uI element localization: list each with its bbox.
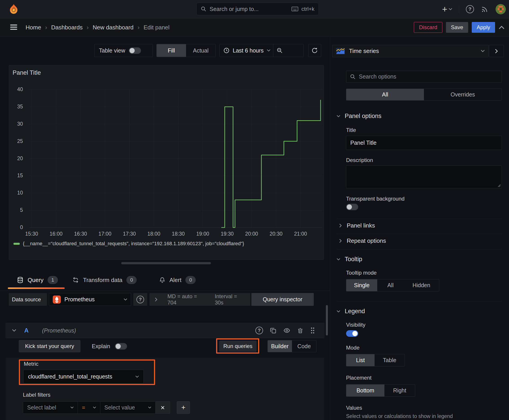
explain-toggle[interactable]: [115, 343, 127, 350]
x-tick-label: 18:30: [168, 231, 188, 237]
y-tick-label: 0: [9, 224, 23, 230]
tooltip-hidden-option[interactable]: Hidden: [404, 279, 439, 291]
refresh-button[interactable]: [308, 44, 321, 57]
grafana-logo[interactable]: [8, 3, 19, 15]
news-signal-icon[interactable]: [481, 5, 489, 13]
chevron-down-icon: [449, 8, 452, 10]
time-range-picker[interactable]: Last 6 hours: [220, 44, 304, 57]
options-search-input[interactable]: Search options: [346, 71, 502, 82]
table-view-toggle[interactable]: [129, 47, 141, 54]
collapse-header-button[interactable]: [499, 26, 504, 29]
tab-alert[interactable]: Alert 0: [159, 272, 196, 288]
remove-filter-button[interactable]: [156, 402, 170, 413]
placement-right-option[interactable]: Right: [384, 384, 415, 397]
x-tick-label: 17:00: [95, 231, 115, 237]
fill-option[interactable]: Fill: [157, 44, 186, 57]
menu-button[interactable]: [10, 24, 17, 30]
x-tick-label: 21:00: [290, 231, 311, 237]
tooltip-single-option[interactable]: Single: [346, 279, 377, 291]
panel-links-section[interactable]: Panel links: [339, 222, 375, 229]
toggle-viz-panel-button[interactable]: [489, 45, 504, 57]
panel-title-input[interactable]: Panel Title: [346, 136, 502, 150]
tab-query[interactable]: Query 1: [17, 272, 58, 288]
datasource-help-button[interactable]: ?: [133, 293, 147, 306]
query-inspector-button[interactable]: Query inspector: [251, 293, 314, 306]
operator-dropdown[interactable]: =: [78, 402, 100, 413]
add-filter-button[interactable]: +: [177, 401, 190, 414]
query-options-row[interactable]: MD = auto = 704 Interval = 30s: [150, 293, 251, 306]
legend-visibility-toggle[interactable]: [346, 330, 358, 337]
question-icon: ?: [468, 6, 471, 12]
builder-option[interactable]: Builder: [268, 340, 292, 352]
select-label-dropdown[interactable]: Select label: [23, 402, 78, 413]
delete-query-button[interactable]: [297, 327, 304, 334]
values-label: Values: [346, 405, 362, 411]
select-value-dropdown[interactable]: Select value: [100, 402, 156, 413]
kick-start-button[interactable]: Kick start your query: [19, 340, 80, 352]
scrollbar-thumb[interactable]: [326, 305, 328, 335]
query-datasource-hint: (Prometheus): [42, 327, 76, 334]
chevron-right-icon: [155, 298, 158, 301]
x-axis-labels: 15:3016:0016:3017:0017:3018:0018:3019:00…: [29, 231, 322, 239]
apply-button[interactable]: Apply: [472, 22, 495, 33]
legend-section-header[interactable]: Legend: [337, 308, 365, 315]
y-tick-label: 20: [9, 156, 23, 162]
grafana-edit-panel-page: Search or jump to... ctrl+k + ?: [0, 0, 509, 420]
chevron-down-icon: [337, 115, 340, 117]
panel-links-label: Panel links: [347, 222, 375, 229]
panel-resize-handle[interactable]: [121, 262, 211, 264]
series-line[interactable]: [221, 100, 320, 227]
visualization-picker[interactable]: Time series: [332, 45, 489, 57]
breadcrumb-home[interactable]: Home: [26, 24, 41, 31]
query-help-button[interactable]: ?: [255, 327, 263, 334]
tooltip-section-header[interactable]: Tooltip: [337, 256, 362, 263]
query-row-header[interactable]: A (Prometheus) ?: [6, 323, 324, 338]
duplicate-query-button[interactable]: [270, 327, 276, 334]
chevron-down-icon: [481, 50, 485, 52]
datasource-select[interactable]: Prometheus: [49, 293, 131, 306]
y-tick-label: 10: [9, 190, 23, 196]
tooltip-all-option[interactable]: All: [377, 279, 404, 291]
chevron-right-icon: ›: [45, 24, 47, 31]
drag-query-handle[interactable]: [310, 327, 315, 334]
breadcrumb-new-dashboard[interactable]: New dashboard: [93, 24, 134, 31]
transparent-bg-toggle[interactable]: [346, 204, 358, 210]
chevron-down-icon[interactable]: [12, 329, 16, 332]
metric-select[interactable]: cloudflared_tunnel_total_requests: [23, 370, 144, 383]
chart-plot[interactable]: [29, 89, 322, 230]
discard-button[interactable]: Discard: [414, 22, 442, 33]
global-search-input[interactable]: Search or jump to... ctrl+k: [196, 3, 319, 15]
panel-options-header[interactable]: Panel options: [337, 113, 381, 120]
tab-all[interactable]: All: [346, 89, 424, 100]
help-button[interactable]: ?: [466, 5, 474, 13]
placement-bottom-option[interactable]: Bottom: [346, 384, 384, 397]
plus-icon: +: [442, 5, 447, 14]
actual-option[interactable]: Actual: [186, 44, 215, 57]
breadcrumb-edit-panel: Edit panel: [144, 24, 170, 31]
panel-title[interactable]: Panel Title: [13, 69, 41, 76]
tab-transform-data[interactable]: Transform data 0: [72, 272, 137, 288]
run-queries-button[interactable]: Run queries: [219, 341, 257, 352]
breadcrumb-dashboards[interactable]: Dashboards: [51, 24, 83, 31]
legend-marker: [14, 243, 20, 245]
interval: Interval = 30s: [215, 293, 245, 306]
add-menu-button[interactable]: +: [442, 5, 452, 14]
zoom-out-button[interactable]: [273, 44, 286, 57]
legend-list-option[interactable]: List: [346, 354, 375, 366]
explain-label: Explain: [92, 343, 110, 350]
repeat-options-section[interactable]: Repeat options: [339, 237, 386, 244]
section-title: Tooltip: [345, 256, 362, 263]
hide-query-button[interactable]: [283, 327, 290, 334]
avatar[interactable]: [495, 4, 506, 14]
save-button[interactable]: Save: [446, 22, 468, 33]
y-tick-label: 5: [9, 207, 23, 213]
tooltip-mode-label: Tooltip mode: [346, 270, 377, 276]
repeat-options-label: Repeat options: [347, 237, 386, 244]
tab-overrides[interactable]: Overrides: [424, 89, 501, 100]
code-option[interactable]: Code: [292, 340, 316, 352]
x-tick-label: 20:30: [266, 231, 286, 237]
legend[interactable]: {__name__="cloudflared_tunnel_total_requ…: [14, 241, 244, 247]
legend-table-option[interactable]: Table: [375, 354, 405, 366]
operator-value: =: [82, 404, 90, 411]
description-textarea[interactable]: [346, 165, 502, 188]
